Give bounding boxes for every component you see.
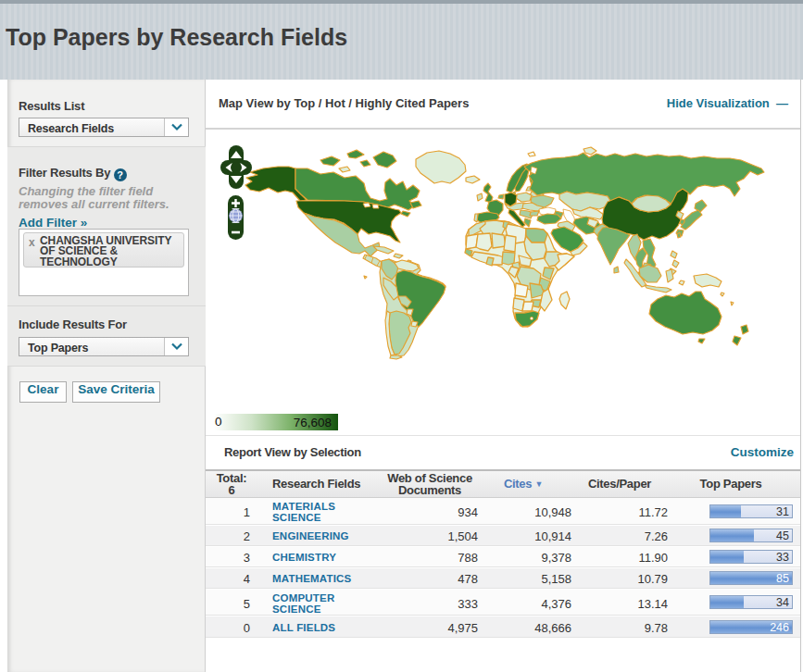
svg-text:76,608: 76,608 bbox=[294, 416, 332, 429]
svg-text:0: 0 bbox=[215, 415, 222, 429]
